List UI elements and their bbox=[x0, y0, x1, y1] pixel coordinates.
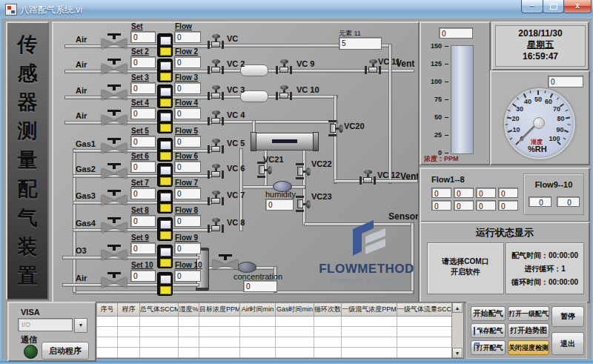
table-cell[interactable] bbox=[314, 348, 342, 358]
set-input[interactable]: 0 bbox=[130, 188, 156, 199]
set-input[interactable]: 0 bbox=[130, 136, 156, 148]
visa-resource-combo[interactable]: I/O bbox=[18, 318, 73, 331]
vc9-valve-icon[interactable] bbox=[276, 59, 292, 74]
table-cell[interactable] bbox=[276, 327, 314, 337]
close-button[interactable]: x bbox=[563, 0, 592, 13]
element11-input[interactable]: 5 bbox=[339, 37, 382, 50]
vc23-valve-icon[interactable] bbox=[296, 196, 311, 212]
pause-button[interactable]: 暂停 bbox=[551, 306, 584, 327]
manual-valve-icon[interactable] bbox=[99, 59, 129, 75]
table-cell[interactable] bbox=[97, 327, 118, 337]
vc22-valve-icon[interactable] bbox=[296, 163, 311, 179]
vc-valve-icon[interactable] bbox=[208, 59, 224, 74]
vc-valve-icon[interactable] bbox=[208, 34, 224, 49]
trend-chart-button[interactable]: 打开趋势图 bbox=[508, 323, 549, 338]
visa-combo-dropdown[interactable]: ▼ bbox=[74, 318, 87, 333]
start-gas-button[interactable]: 开始配气 bbox=[471, 306, 506, 321]
manual-valve-icon[interactable] bbox=[99, 110, 129, 126]
title-bar[interactable]: 八路配气系统.vi – x bbox=[0, 0, 593, 19]
table-cell[interactable] bbox=[140, 337, 179, 348]
vc10-valve-icon[interactable] bbox=[276, 85, 292, 100]
minimize-button[interactable]: – bbox=[521, 0, 543, 13]
manual-valve-icon[interactable] bbox=[99, 217, 129, 234]
manual-valve-icon[interactable] bbox=[99, 138, 129, 154]
flow18-display: 0 bbox=[498, 200, 518, 211]
save-gas-button[interactable]: 保存配气 bbox=[471, 323, 506, 338]
set-input[interactable]: 0 bbox=[130, 82, 156, 94]
table-cell[interactable] bbox=[118, 317, 140, 327]
set-input[interactable]: 0 bbox=[130, 270, 156, 282]
set-input[interactable]: 0 bbox=[130, 56, 156, 68]
concentration-tvalve-icon[interactable] bbox=[211, 254, 240, 271]
table-cell[interactable] bbox=[240, 337, 276, 348]
set-input[interactable]: 0 bbox=[130, 107, 156, 119]
flow-display: 0 bbox=[174, 107, 201, 119]
vc-valve-icon[interactable] bbox=[208, 139, 224, 153]
start-program-button[interactable]: 启动程序 bbox=[42, 342, 89, 360]
table-cell[interactable] bbox=[276, 317, 314, 327]
table-cell[interactable] bbox=[97, 348, 118, 358]
table-cell[interactable] bbox=[97, 337, 118, 348]
manual-valve-icon[interactable] bbox=[99, 85, 129, 101]
table-cell[interactable] bbox=[140, 317, 179, 327]
table-cell[interactable] bbox=[140, 327, 179, 337]
table-cell[interactable] bbox=[240, 317, 276, 327]
table-cell[interactable] bbox=[342, 348, 397, 358]
table-cell[interactable] bbox=[199, 348, 240, 358]
scroll-down-icon[interactable]: ▼ bbox=[452, 348, 463, 358]
manual-valve-icon[interactable] bbox=[99, 245, 129, 261]
table-cell[interactable] bbox=[342, 337, 397, 348]
manual-valve-icon[interactable] bbox=[99, 272, 129, 288]
table-cell[interactable] bbox=[276, 337, 314, 348]
table-cell[interactable] bbox=[397, 317, 453, 327]
vc20-valve-icon[interactable] bbox=[328, 120, 343, 136]
open-gas-button[interactable]: 打开配气 bbox=[471, 340, 506, 355]
vc-valve-icon[interactable] bbox=[208, 110, 224, 125]
manual-valve-icon[interactable] bbox=[99, 190, 129, 206]
table-cell[interactable] bbox=[179, 327, 199, 337]
table-cell[interactable] bbox=[240, 348, 276, 358]
humidity-detect-off-button[interactable]: 关闭湿度检测 bbox=[508, 340, 549, 355]
table-cell[interactable] bbox=[314, 327, 342, 337]
vc-valve-icon[interactable] bbox=[208, 191, 224, 205]
table-cell[interactable] bbox=[199, 327, 240, 337]
table-cell[interactable] bbox=[342, 317, 397, 327]
table-cell[interactable] bbox=[97, 317, 118, 327]
manual-valve-icon[interactable] bbox=[99, 33, 129, 50]
vc-valve-icon[interactable] bbox=[208, 218, 224, 233]
table-cell[interactable] bbox=[140, 348, 179, 358]
table-cell[interactable] bbox=[118, 348, 140, 358]
table-cell[interactable] bbox=[118, 327, 140, 337]
table-cell[interactable] bbox=[118, 337, 140, 348]
table-cell[interactable] bbox=[179, 317, 199, 327]
vc-valve-icon[interactable] bbox=[208, 164, 224, 179]
open-primary-gas-button[interactable]: 打开一级配气 bbox=[508, 306, 549, 321]
table-header-cell: 序号 bbox=[97, 303, 118, 317]
table-cell[interactable] bbox=[240, 327, 276, 337]
vc-valve-icon[interactable] bbox=[208, 85, 224, 100]
gauge-tick-label: 30 bbox=[513, 105, 526, 113]
table-cell[interactable] bbox=[314, 317, 342, 327]
maximize-button[interactable] bbox=[543, 0, 564, 13]
table-scrollbar[interactable]: ▲ ▼ bbox=[451, 302, 463, 358]
table-cell[interactable] bbox=[397, 337, 453, 348]
exit-button[interactable]: 退出 bbox=[551, 332, 584, 355]
table-cell[interactable] bbox=[397, 327, 453, 337]
table-cell[interactable] bbox=[342, 327, 397, 337]
table-cell[interactable] bbox=[199, 337, 240, 348]
config-table[interactable]: 序号程序总气体SCCM湿度%目标浓度PPMAir时间minGas时间min循环次… bbox=[96, 302, 464, 359]
vc21-valve-icon[interactable] bbox=[257, 162, 272, 178]
table-cell[interactable] bbox=[397, 348, 453, 358]
manual-valve-icon[interactable] bbox=[99, 163, 129, 179]
set-input[interactable]: 0 bbox=[130, 31, 156, 43]
vc12-valve-icon[interactable] bbox=[360, 170, 376, 185]
scroll-up-icon[interactable]: ▲ bbox=[452, 302, 463, 313]
table-cell[interactable] bbox=[179, 337, 199, 348]
set-input[interactable]: 0 bbox=[130, 242, 156, 254]
table-cell[interactable] bbox=[314, 337, 342, 348]
set-input[interactable]: 0 bbox=[130, 215, 156, 227]
table-cell[interactable] bbox=[276, 348, 314, 358]
table-cell[interactable] bbox=[179, 348, 199, 358]
table-cell[interactable] bbox=[199, 317, 240, 327]
set-input[interactable]: 0 bbox=[130, 161, 156, 173]
